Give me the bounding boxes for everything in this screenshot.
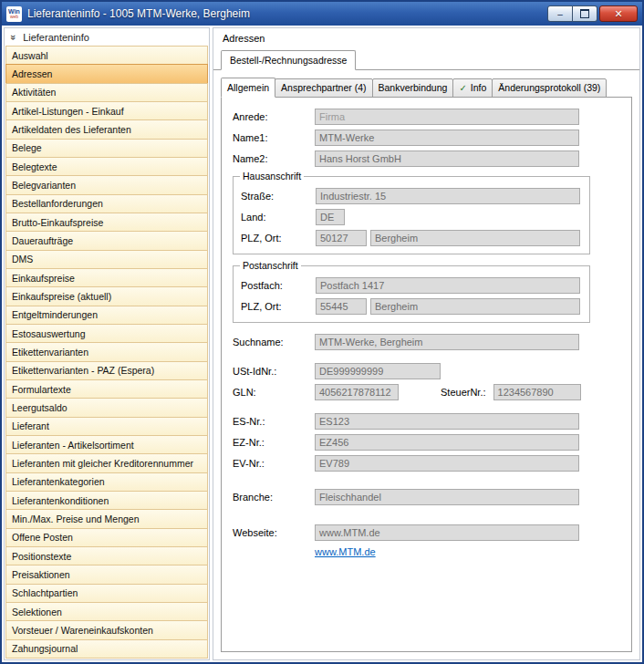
check-icon: ✓ — [459, 83, 466, 93]
suchname-label: Suchname: — [233, 337, 315, 348]
sidebar-item-belege[interactable]: Belege — [5, 139, 208, 158]
name2-field: Hans Horst GmbH — [315, 150, 579, 167]
sidebar-item-schlachtpartien[interactable]: Schlachtpartien — [5, 584, 208, 603]
website-link[interactable]: www.MTM.de — [315, 546, 376, 557]
window-title: Lieferanteninfo - 1005 MTM-Werke, Berghe… — [27, 7, 542, 20]
sidebar-item-belegtexte[interactable]: Belegtexte — [5, 157, 208, 176]
name1-field: MTM-Werke — [315, 130, 579, 146]
logo-text-bottom: web — [10, 15, 18, 19]
maximize-button[interactable] — [573, 5, 597, 22]
chevron-collapse-icon: » — [8, 35, 19, 40]
window-body: » Lieferanteninfo AuswahlAdressenAktivit… — [2, 26, 642, 662]
sidebar-item-adressen[interactable]: Adressen — [5, 64, 208, 83]
minimize-button[interactable]: – — [547, 5, 573, 22]
haus-plz-field: 50127 — [316, 230, 367, 246]
webseite-link-row: www.MTM.de — [315, 546, 620, 557]
anrede-label: Anrede: — [233, 111, 315, 122]
sidebar-item-entgeltminderungen[interactable]: Entgeltminderungen — [5, 306, 208, 325]
haus-plz-ort-row: PLZ, Ort: 50127 Bergheim — [241, 230, 582, 246]
sidebar-item-daueraufträge[interactable]: Daueraufträge — [5, 231, 208, 250]
tab-info[interactable]: ✓Info — [452, 78, 493, 98]
sidebar-item-preisaktionen[interactable]: Preisaktionen — [5, 565, 208, 584]
ev-nr-row: EV-Nr.: EV789 — [233, 455, 620, 472]
sidebar-item-offene-posten[interactable]: Offene Posten — [5, 528, 208, 547]
sidebar-item-artikeldaten-des-lieferanten[interactable]: Artikeldaten des Lieferanten — [5, 119, 208, 139]
sidebar-item-lieferantenkonditionen[interactable]: Lieferantenkonditionen — [5, 491, 208, 510]
sidebar-item-formulartexte[interactable]: Formulartexte — [5, 379, 208, 399]
branche-row: Branche: Fleischhandel — [233, 489, 620, 505]
sidebar-item-etikettenvarianten-paz-espera[interactable]: Etikettenvarianten - PAZ (Espera) — [5, 361, 208, 380]
ev-nr-label: EV-Nr.: — [233, 458, 315, 469]
post-plz-field: 55445 — [316, 298, 367, 315]
sidebar-item-vorsteuer-wareneinkaufskonten[interactable]: Vorsteuer / Wareneinkaufskonten — [5, 620, 208, 639]
sidebar-item-dms[interactable]: DMS — [5, 250, 208, 269]
sidebar-item-positionstexte[interactable]: Positionstexte — [5, 546, 208, 565]
webseite-label: Webseite: — [233, 527, 315, 538]
post-ort-field: Bergheim — [370, 298, 580, 315]
post-plz-ort-row: PLZ, Ort: 55445 Bergheim — [241, 298, 582, 315]
sidebar-item-bestellanforderungen[interactable]: Bestellanforderungen — [5, 194, 208, 213]
sidebar: » Lieferanteninfo AuswahlAdressenAktivit… — [4, 27, 210, 660]
land-field: DE — [316, 209, 345, 225]
sidebar-item-auswahl[interactable]: Auswahl — [5, 46, 208, 65]
app-window: Win web Lieferanteninfo - 1005 MTM-Werke… — [0, 0, 644, 664]
sidebar-item-aktivitäten[interactable]: Aktivitäten — [5, 83, 208, 102]
name1-label: Name1: — [233, 132, 315, 143]
sidebar-item-estosauswertung[interactable]: Estosauswertung — [5, 324, 208, 343]
sidebar-header[interactable]: » Lieferanteninfo — [5, 29, 208, 46]
tab-label: Info — [471, 82, 487, 93]
sidebar-item-selektionen[interactable]: Selektionen — [5, 602, 208, 621]
sidebar-item-zahungsjournal[interactable]: Zahungsjournal — [5, 639, 208, 659]
tab-label: Allgemein — [227, 82, 269, 93]
sidebar-item-einkaufspreise-aktuell[interactable]: Einkaufspreise (aktuell) — [5, 286, 208, 306]
ez-nr-row: EZ-Nr.: EZ456 — [233, 434, 620, 451]
gln-label: GLN: — [233, 387, 315, 398]
tab-ansprechpartner-4[interactable]: Ansprechpartner (4) — [275, 78, 372, 98]
steuernr-field: 1234567890 — [493, 384, 581, 400]
suchname-field: MTM-Werke, Bergheim — [315, 334, 579, 350]
tab-bankverbindung[interactable]: Bankverbindung — [372, 78, 454, 98]
content-area: Adressen Bestell-/Rechnungsadresse Allge… — [213, 27, 640, 660]
window-controls: – ✕ — [547, 5, 638, 22]
tab-bestell-rechnungsadresse[interactable]: Bestell-/Rechnungsadresse — [221, 50, 356, 70]
sidebar-item-min-max-preise-und-mengen[interactable]: Min./Max. Preise und Mengen — [5, 509, 208, 528]
close-icon: ✕ — [614, 8, 622, 20]
strasse-row: Straße: Industriestr. 15 — [241, 188, 582, 204]
sidebar-menu: AuswahlAdressenAktivitätenArtikel-Listun… — [5, 46, 208, 659]
es-nr-label: ES-Nr.: — [233, 416, 315, 427]
ez-nr-label: EZ-Nr.: — [233, 437, 315, 448]
sidebar-item-lieferant[interactable]: Lieferant — [5, 417, 208, 436]
tab-label: Bankverbindung — [379, 82, 448, 93]
title-bar: Win web Lieferanteninfo - 1005 MTM-Werke… — [2, 2, 642, 26]
land-row: Land: DE — [241, 209, 582, 225]
hausanschrift-group: Hausanschrift Straße: Industriestr. 15 L… — [233, 176, 590, 254]
content-header: Adressen — [213, 28, 639, 47]
close-button[interactable]: ✕ — [599, 5, 638, 22]
tab-allgemein[interactable]: Allgemein — [221, 78, 275, 98]
sidebar-item-lieferanten-mit-gleicher-kreditorennummer[interactable]: Lieferanten mit gleicher Kreditorennumme… — [5, 453, 208, 472]
gln-steuernr-row: GLN: 4056217878112 SteuerNr.: 1234567890 — [233, 384, 620, 400]
minimize-icon: – — [557, 9, 563, 19]
name2-row: Name2: Hans Horst GmbH — [233, 150, 620, 167]
sidebar-item-artikel-listungen-einkauf[interactable]: Artikel-Listungen - Einkauf — [5, 101, 208, 120]
tab-änderungsprotokoll-39[interactable]: Änderungsprotokoll (39) — [492, 78, 607, 98]
ust-idnr-field: DE999999999 — [315, 363, 441, 379]
sidebar-item-lieferanten-artikelsortiment[interactable]: Lieferanten - Artikelsortiment — [5, 435, 208, 454]
sidebar-item-brutto-einkaufspreise[interactable]: Brutto-Einkaufspreise — [5, 213, 208, 232]
postfach-field: Postfach 1417 — [316, 277, 580, 294]
strasse-field: Industriestr. 15 — [316, 188, 580, 204]
postfach-label: Postfach: — [241, 280, 316, 291]
sidebar-item-einkaufspreise[interactable]: Einkaufspreise — [5, 268, 208, 287]
ev-nr-field: EV789 — [315, 455, 579, 472]
sidebar-item-lieferantenkategorien[interactable]: Lieferantenkategorien — [5, 472, 208, 492]
sidebar-item-etikettenvarianten[interactable]: Etikettenvarianten — [5, 342, 208, 361]
sidebar-item-leergutsaldo[interactable]: Leergutsaldo — [5, 398, 208, 417]
branche-field: Fleischhandel — [315, 489, 579, 505]
haus-ort-field: Bergheim — [370, 230, 580, 246]
anrede-row: Anrede: Firma — [233, 109, 620, 125]
gln-field: 4056217878112 — [315, 384, 399, 400]
allgemein-panel: Anrede: Firma Name1: MTM-Werke Name2: Ha… — [221, 97, 632, 652]
strasse-label: Straße: — [241, 191, 316, 202]
sidebar-item-belegvarianten[interactable]: Belegvarianten — [5, 175, 208, 194]
land-label: Land: — [241, 212, 316, 223]
